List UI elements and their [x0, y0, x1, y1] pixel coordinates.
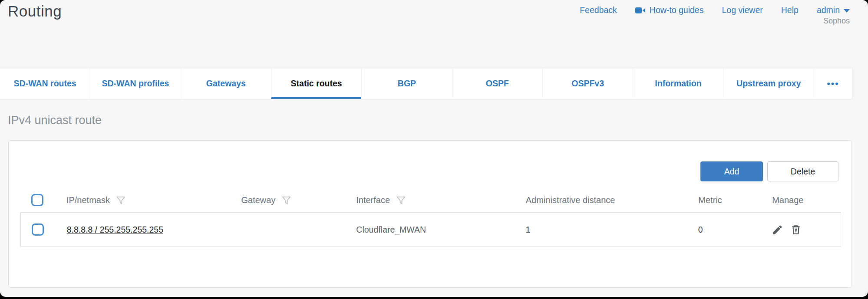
funnel-icon[interactable] — [116, 195, 126, 205]
add-button[interactable]: Add — [700, 161, 763, 181]
funnel-icon[interactable] — [281, 195, 291, 205]
route-ip-netmask-link[interactable]: 8.8.8.8 / 255.255.255.255 — [67, 225, 163, 234]
tab-sd-wan-routes[interactable]: SD-WAN routes — [0, 68, 90, 99]
tab-bar: SD-WAN routes SD-WAN profiles Gateways S… — [0, 68, 852, 99]
video-camera-icon — [635, 7, 646, 14]
top-nav: Feedback How-to guides Log viewer Help a… — [580, 5, 850, 15]
table-row: 8.8.8.8 / 255.255.255.255 Cloudflare_MWA… — [20, 212, 841, 247]
brand-label: Sophos — [823, 16, 850, 26]
tab-ospf[interactable]: OSPF — [452, 68, 542, 99]
column-header-interface: Interface — [356, 195, 390, 205]
routes-card: Add Delete IP/netmask Gateway Interfac — [8, 140, 852, 288]
column-header-metric: Metric — [698, 195, 722, 205]
funnel-icon[interactable] — [396, 195, 406, 205]
toolbar: Add Delete — [700, 161, 838, 181]
table-header-row: IP/netmask Gateway Interface Administrat… — [20, 189, 841, 211]
route-interface: Cloudflare_MWAN — [356, 225, 426, 234]
chevron-down-icon — [844, 9, 850, 13]
tab-sd-wan-profiles[interactable]: SD-WAN profiles — [90, 68, 180, 99]
tab-gateways[interactable]: Gateways — [181, 68, 271, 99]
more-tabs-button[interactable]: ••• — [814, 68, 852, 99]
tab-ospfv3[interactable]: OSPFv3 — [542, 68, 633, 99]
howto-guides-label: How-to guides — [650, 5, 704, 15]
column-header-manage: Manage — [772, 195, 803, 205]
delete-button[interactable]: Delete — [767, 161, 838, 181]
row-checkbox[interactable] — [32, 223, 44, 236]
trash-icon[interactable] — [790, 224, 802, 235]
user-menu[interactable]: admin — [817, 5, 850, 15]
pencil-icon[interactable] — [772, 224, 783, 236]
tab-upstream-proxy[interactable]: Upstream proxy — [723, 68, 814, 99]
section-heading: IPv4 unicast route — [8, 114, 102, 127]
route-administrative-distance: 1 — [526, 225, 531, 234]
tab-bgp[interactable]: BGP — [361, 68, 452, 99]
column-header-gateway: Gateway — [241, 195, 275, 205]
tab-static-routes[interactable]: Static routes — [271, 68, 361, 99]
route-metric: 0 — [698, 225, 703, 234]
column-header-administrative-distance: Administrative distance — [526, 195, 615, 205]
howto-guides-link[interactable]: How-to guides — [635, 5, 704, 15]
page-title: Routing — [8, 3, 62, 20]
user-menu-label: admin — [817, 5, 840, 15]
feedback-link[interactable]: Feedback — [580, 5, 617, 15]
tab-information[interactable]: Information — [633, 68, 723, 99]
routing-page: Routing Feedback How-to guides Log viewe… — [0, 0, 868, 297]
column-header-ip-netmask: IP/netmask — [66, 195, 110, 205]
select-all-checkbox[interactable] — [31, 194, 43, 206]
help-link[interactable]: Help — [781, 5, 799, 15]
log-viewer-link[interactable]: Log viewer — [722, 5, 762, 15]
